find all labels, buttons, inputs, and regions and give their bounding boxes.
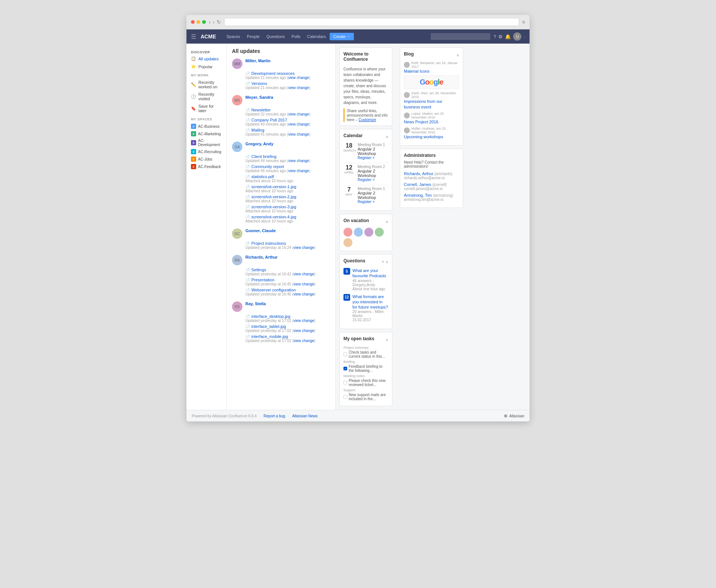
view-change-link[interactable]: view change	[293, 246, 314, 250]
vacation-expand-icon[interactable]: »	[386, 219, 388, 224]
update-item-title[interactable]: 📄 Project instructions	[245, 241, 330, 246]
admin-name[interactable]: Richards, Arthur (arichards)	[404, 171, 459, 176]
update-item-title[interactable]: 📄 Company Poll 2017	[245, 118, 330, 122]
people-nav[interactable]: People	[244, 33, 263, 40]
sidebar-item-recently-worked-on[interactable]: ✏️ Recently worked on	[186, 79, 226, 91]
more-icon[interactable]: ·	[524, 34, 525, 39]
view-change-link[interactable]: view change	[288, 159, 309, 163]
update-item-title[interactable]: 📄 Webserver configuration	[245, 288, 330, 292]
view-change-link[interactable]: view change	[293, 272, 314, 276]
questions-add-icon[interactable]: +	[381, 259, 384, 265]
cal-register-link[interactable]: Register +	[358, 156, 388, 160]
sidebar-item-all-updates[interactable]: 📋 All updates	[186, 55, 226, 63]
avatar[interactable]: U	[513, 32, 521, 41]
update-item-name[interactable]: interface_tablet.jpg	[251, 324, 286, 329]
notifications-icon[interactable]: 🔔	[505, 34, 511, 39]
task-checkbox[interactable]	[343, 395, 347, 399]
update-item-name[interactable]: Development resources	[251, 71, 295, 76]
task-checkbox[interactable]	[343, 381, 347, 385]
update-item-name[interactable]: Versions	[251, 81, 267, 86]
help-icon[interactable]: ?	[493, 34, 496, 39]
update-item-title[interactable]: 📄 Community report	[245, 164, 330, 169]
spaces-nav[interactable]: Spaces	[223, 33, 243, 40]
update-item-title[interactable]: 📄 interface_mobile.jpg	[245, 334, 330, 339]
fullscreen-dot[interactable]	[202, 20, 206, 24]
sidebar-item-ac-marketing[interactable]: XAC-Marketing	[186, 130, 226, 137]
update-item-title[interactable]: 📄 Settings	[245, 268, 330, 272]
cal-register-link[interactable]: Register +	[358, 200, 388, 204]
polls-nav[interactable]: Polls	[289, 33, 304, 40]
update-item-name[interactable]: screenshot-version-2.jpg	[251, 195, 296, 199]
person-name[interactable]: Meyer, Sandra	[245, 95, 273, 99]
update-item-title[interactable]: 📄 screenshot-version-3.jpg	[245, 205, 330, 209]
update-item-name[interactable]: Community report	[251, 164, 284, 169]
task-checkbox[interactable]	[343, 353, 347, 356]
blog-title-link[interactable]: Impressions from our business event	[404, 99, 459, 110]
calendar-expand-icon[interactable]: »	[386, 134, 388, 139]
update-item-title[interactable]: 📄 screenshot-version-2.jpg	[245, 195, 330, 199]
questions-nav[interactable]: Questions	[263, 33, 288, 40]
person-name[interactable]: Ray, Stella	[245, 301, 266, 306]
blog-expand-icon[interactable]: »	[456, 53, 459, 58]
update-item-name[interactable]: screenshot-version-3.jpg	[251, 205, 296, 209]
question-text[interactable]: What are your favourite Podcasts	[352, 268, 388, 279]
update-item-name[interactable]: Webserver configuration	[251, 288, 296, 292]
update-item-name[interactable]: Mailing	[251, 128, 264, 132]
update-item-name[interactable]: Newsletter	[251, 108, 271, 112]
person-name[interactable]: Gregory, Andy	[245, 142, 273, 146]
update-item-name[interactable]: Presentation	[251, 278, 274, 282]
view-change-link[interactable]: view change	[288, 76, 309, 80]
minimize-dot[interactable]	[197, 20, 200, 24]
sidebar-item-popular[interactable]: ⭐ Popular	[186, 63, 226, 70]
update-item-title[interactable]: 📄 Development resources	[245, 71, 330, 76]
admin-name[interactable]: Cornell, James (jcornell)	[404, 182, 459, 187]
update-item-name[interactable]: Client briefing	[251, 154, 276, 159]
atlassian-news-link[interactable]: Atlassian News	[292, 414, 317, 418]
update-item-name[interactable]: interface_desktop.jpg	[251, 314, 291, 319]
refresh-button[interactable]: ↻	[217, 19, 221, 25]
sidebar-item-ac-recruiting[interactable]: XAC-Recruiting	[186, 148, 226, 155]
sidebar-item-ac-development[interactable]: XAC- Development	[186, 137, 226, 148]
view-change-link[interactable]: view change	[288, 122, 309, 126]
report-bug-link[interactable]: Report a bug	[264, 414, 285, 418]
search-input[interactable]	[431, 33, 490, 40]
close-dot[interactable]	[191, 20, 195, 24]
sidebar-item-save-for-later[interactable]: 🔖 Save for later	[186, 102, 226, 114]
update-item-title[interactable]: 📄 Client briefing	[245, 154, 330, 159]
person-name[interactable]: Richards, Arthur	[245, 255, 277, 259]
person-name[interactable]: Gooner, Claude	[245, 228, 276, 233]
calendars-nav[interactable]: Calendars	[304, 33, 329, 40]
update-item-name[interactable]: screenshot-version-1.jpg	[251, 184, 296, 189]
questions-expand-icon[interactable]: »	[386, 259, 388, 265]
update-item-name[interactable]: interface_mobile.jpg	[251, 334, 288, 339]
menu-icon[interactable]: ☰	[191, 33, 196, 40]
customize-link[interactable]: Customize	[358, 118, 376, 122]
create-button[interactable]: Create ···	[330, 33, 354, 40]
blog-title-link[interactable]: Material Icons	[404, 69, 459, 74]
update-item-title[interactable]: 📄 statistics.pdf	[245, 174, 330, 179]
view-change-link[interactable]: view change	[293, 339, 314, 343]
update-item-name[interactable]: Project instructions	[251, 241, 286, 246]
update-item-title[interactable]: 📄 screenshot-version-4.jpg	[245, 215, 330, 219]
sidebar-item-ac-jobs[interactable]: XAC-Jobs	[186, 155, 226, 163]
back-button[interactable]: ‹	[209, 19, 211, 25]
sidebar-item-ac-feedback[interactable]: XAC-Feedback	[186, 163, 226, 170]
forward-button[interactable]: ›	[213, 19, 215, 25]
url-bar[interactable]	[224, 18, 519, 26]
question-text[interactable]: What formats are you interested in for f…	[352, 294, 388, 310]
view-change-link[interactable]: view change	[293, 282, 314, 286]
update-item-name[interactable]: statistics.pdf	[251, 174, 274, 179]
view-change-link[interactable]: view change	[293, 329, 314, 333]
update-item-title[interactable]: 📄 Newsletter	[245, 108, 330, 112]
blog-title-link[interactable]: Upcoming workshops	[404, 134, 459, 139]
tasks-expand-icon[interactable]: »	[386, 337, 388, 342]
view-change-link[interactable]: view change	[288, 169, 309, 173]
update-item-title[interactable]: 📄 interface_desktop.jpg	[245, 314, 330, 319]
update-item-title[interactable]: 📄 Presentation	[245, 278, 330, 282]
sidebar-item-recently-visited[interactable]: 🕐 Recently visited	[186, 91, 226, 102]
update-item-title[interactable]: 📄 Mailing	[245, 128, 330, 132]
blog-title-link[interactable]: News Project 2016	[404, 119, 459, 124]
update-item-title[interactable]: 📄 Versions	[245, 81, 330, 86]
settings-icon[interactable]: ⚙	[498, 34, 503, 39]
sidebar-item-ac-business[interactable]: XAC-Business	[186, 123, 226, 130]
